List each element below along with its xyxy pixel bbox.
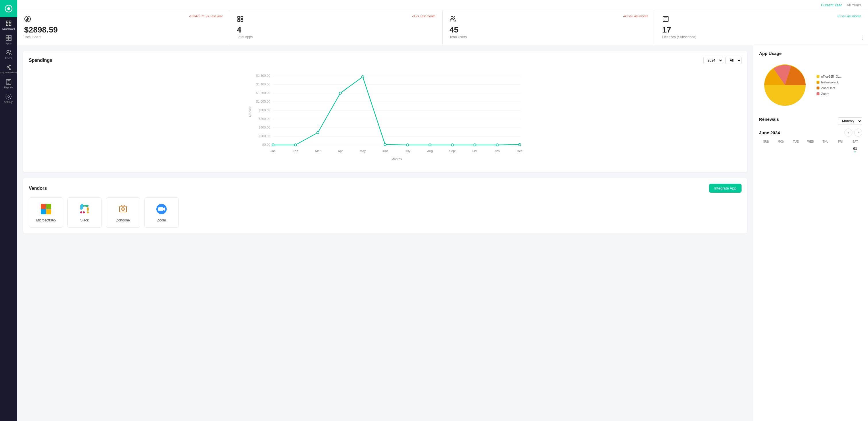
total-apps-label: Total Apps [237, 35, 435, 39]
total-apps-value: 4 [237, 25, 435, 34]
sidebar-reports-label: Reports [4, 86, 13, 89]
svg-text:$1,200.00: $1,200.00 [256, 91, 270, 95]
cal-header-fri: FRI [833, 139, 847, 144]
svg-rect-76 [85, 205, 89, 207]
svg-text:Aug: Aug [427, 149, 433, 153]
svg-text:June: June [382, 149, 389, 153]
svg-point-13 [9, 69, 11, 70]
svg-text:$600.00: $600.00 [259, 117, 270, 120]
licenses-diff: +0 vs Last month [837, 14, 861, 18]
sidebar-item-dashboard[interactable]: Dashboard [0, 17, 17, 32]
svg-point-46 [362, 76, 364, 78]
svg-rect-3 [9, 21, 11, 23]
total-spent-diff: -133479.71 vs Last year [189, 14, 223, 18]
svg-point-83 [122, 209, 124, 210]
cal-day-empty-6 [833, 145, 847, 154]
spendings-chart-card: Spendings 2024 All $1,600.00 $1, [23, 51, 747, 172]
left-panel: Spendings 2024 All $1,600.00 $1, [17, 45, 753, 421]
cal-header-thu: THU [818, 139, 833, 144]
licenses-label: Licenses (Subscribed) [662, 35, 861, 39]
vendor-slack[interactable]: Slack [67, 197, 102, 228]
calendar-prev-button[interactable]: ‹ [844, 128, 852, 137]
svg-text:$1,600.00: $1,600.00 [256, 74, 270, 77]
svg-rect-17 [238, 17, 240, 19]
svg-point-52 [496, 144, 498, 146]
svg-rect-70 [46, 209, 51, 214]
svg-text:$1,400.00: $1,400.00 [256, 83, 270, 86]
svg-rect-4 [6, 24, 8, 26]
sidebar-item-settings[interactable]: Settings [0, 91, 17, 105]
vendor-zohoone[interactable]: Zohoone [106, 197, 140, 228]
sidebar-item-apps[interactable]: Apps [0, 32, 17, 47]
svg-rect-20 [241, 20, 243, 22]
svg-rect-18 [241, 17, 243, 19]
svg-point-42 [272, 144, 274, 146]
users-icon [450, 16, 648, 24]
svg-rect-77 [87, 207, 89, 211]
svg-text:Nov: Nov [494, 149, 500, 153]
right-panel: App Usage [753, 45, 868, 421]
svg-rect-80 [80, 211, 82, 213]
svg-text:May: May [360, 149, 366, 153]
svg-text:Jan: Jan [271, 149, 276, 153]
cal-day-empty-5 [818, 145, 833, 154]
svg-text:Oct: Oct [472, 149, 477, 153]
apps-icon [237, 16, 435, 24]
svg-rect-68 [46, 204, 51, 209]
more-icon[interactable]: ⋮ [860, 34, 865, 41]
svg-text:Mar: Mar [315, 149, 321, 153]
current-year-button[interactable]: Current Year [821, 3, 842, 7]
total-users-label: Total Users [450, 35, 648, 39]
sidebar-logo [0, 0, 17, 17]
svg-rect-9 [9, 38, 11, 40]
calendar-next-button[interactable]: › [854, 128, 862, 137]
stat-total-users: -43 vs Last month 45 Total Users [443, 10, 655, 45]
content-area: Spendings 2024 All $1,600.00 $1, [17, 45, 868, 421]
svg-text:Amount: Amount [248, 107, 252, 117]
svg-text:Feb: Feb [293, 149, 298, 153]
svg-text:Sept: Sept [449, 149, 456, 153]
legend-zoom-dot [816, 92, 819, 95]
vendor-zohoone-name: Zohoone [116, 218, 130, 222]
svg-point-50 [451, 144, 454, 146]
svg-point-10 [7, 50, 9, 52]
svg-rect-2 [6, 21, 8, 23]
calendar-grid: SUN MON TUE WED THU FRI SAT 01 [759, 139, 862, 154]
cal-day-1[interactable]: 01 [848, 145, 862, 154]
renewals-period-select[interactable]: Monthly Weekly Yearly [838, 117, 862, 125]
svg-rect-78 [87, 211, 89, 213]
svg-rect-8 [6, 38, 8, 40]
svg-text:Dec: Dec [517, 149, 523, 153]
year-select[interactable]: 2024 [703, 57, 723, 64]
cal-header-sat: SAT [848, 139, 862, 144]
svg-point-44 [317, 131, 319, 134]
all-years-button[interactable]: All Years [846, 3, 861, 7]
sidebar-item-reports[interactable]: Reports [0, 76, 17, 91]
integrate-app-button[interactable]: Integrate App [709, 184, 742, 193]
topbar: Current Year All Years [17, 0, 868, 10]
filter-select[interactable]: All [725, 57, 742, 64]
vendors-list: Microsoft365 [29, 197, 742, 228]
svg-rect-19 [238, 20, 240, 22]
vendors-card: Vendors Integrate App [23, 178, 747, 234]
svg-point-11 [7, 66, 9, 68]
legend-zoom-label: Zoom [821, 92, 829, 95]
vendor-zoom[interactable]: Zoom [144, 197, 179, 228]
main-content: Current Year All Years -133479.71 vs Las… [17, 0, 868, 421]
sidebar-item-app-integrations[interactable]: App Integrations [0, 61, 17, 76]
svg-text:$0.00: $0.00 [262, 143, 270, 146]
licenses-value: 17 [662, 25, 861, 34]
svg-text:Months: Months [392, 157, 402, 161]
sidebar-item-users[interactable]: Users [0, 47, 17, 61]
total-users-diff: -43 vs Last month [623, 14, 648, 18]
svg-text:Apr: Apr [338, 149, 343, 153]
svg-point-1 [7, 7, 10, 10]
svg-rect-67 [41, 204, 46, 209]
app-usage-title: App Usage [759, 51, 862, 56]
vendor-microsoft365[interactable]: Microsoft365 [29, 197, 63, 228]
cal-header-sun: SUN [759, 139, 773, 144]
svg-point-12 [9, 65, 11, 66]
stat-licenses: +0 vs Last month 17 Licenses (Subscribed… [655, 10, 868, 45]
pie-chart [759, 59, 811, 111]
svg-rect-6 [6, 35, 8, 38]
